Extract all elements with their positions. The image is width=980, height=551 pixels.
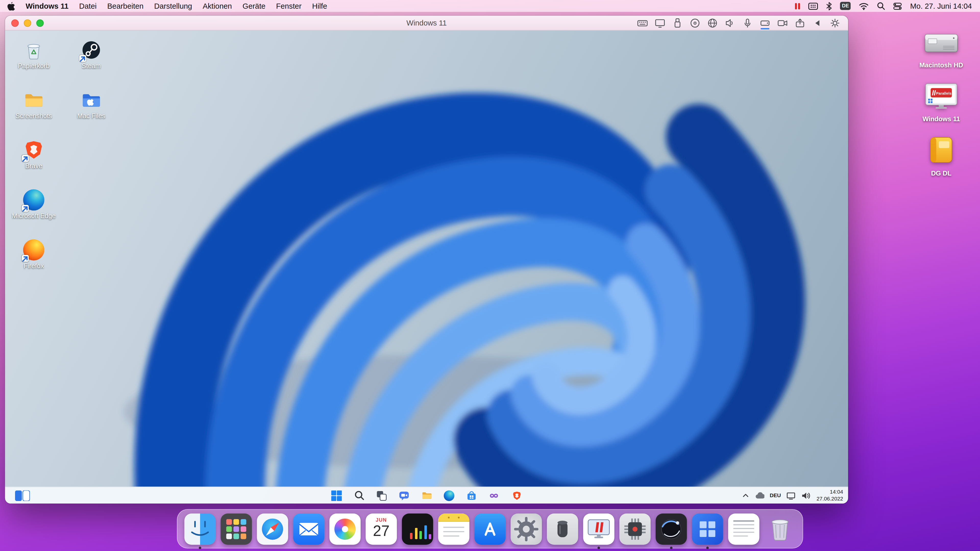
taskbar-search-button[interactable] (353, 489, 365, 502)
dock-item-media-app[interactable] (402, 513, 433, 549)
active-app-menu[interactable]: Windows 11 (25, 2, 68, 10)
wifi-icon[interactable] (859, 1, 869, 11)
menu-item-darstellung[interactable]: Darstellung (154, 2, 192, 10)
sound-icon[interactable] (724, 17, 735, 29)
taskbar-edge-button[interactable] (443, 489, 455, 502)
dock-item-utility-app[interactable] (547, 513, 578, 549)
volume-icon[interactable] (802, 490, 811, 500)
share-icon[interactable] (794, 17, 806, 29)
dock-item-trash[interactable] (764, 513, 795, 549)
desktop-icon-screenshots[interactable]: Screenshots (6, 87, 62, 137)
desktop-icon-microsoft-edge[interactable]: Microsoft Edge (6, 187, 62, 237)
textedit-icon (728, 513, 759, 545)
photos-icon (329, 513, 361, 545)
desktop-icon-macintosh-hd[interactable]: Macintosh HD (912, 30, 971, 69)
harddisk-icon[interactable] (759, 17, 771, 29)
taskbar-microsoft-store-button[interactable] (465, 489, 478, 502)
dock-item-notes[interactable] (438, 513, 469, 549)
dock-item-mail[interactable] (293, 513, 325, 549)
taskbar-clock[interactable]: 14:04 27.06.2022 (816, 488, 843, 503)
display-icon[interactable] (654, 17, 666, 29)
desktop-icon-windows-11-vm[interactable]: Parallels Windows 11 (912, 82, 971, 122)
menu-item-bearbeiten[interactable]: Bearbeiten (107, 2, 143, 10)
dock-item-cinema-4d[interactable] (655, 513, 687, 549)
onedrive-icon[interactable] (755, 490, 764, 500)
menu-bar-status-area: DE Mo. 27. Juni 14:04 (795, 1, 972, 11)
mac-files-folder-icon (81, 89, 102, 110)
menu-bar-left: Windows 11 Datei Bearbeiten Darstellung … (7, 1, 327, 11)
bluetooth-icon[interactable] (826, 1, 832, 11)
desktop-icon-brave[interactable]: Brave (6, 137, 62, 187)
desktop-icon-firefox[interactable]: Firefox (6, 237, 62, 287)
network-icon[interactable] (707, 17, 718, 29)
minimize-button[interactable] (24, 19, 31, 27)
dock-item-finder[interactable] (184, 513, 215, 549)
menu-item-hilfe[interactable]: Hilfe (312, 2, 327, 10)
dock-item-calendar[interactable]: JUN 27 (366, 513, 397, 549)
taskbar-brave-button[interactable] (511, 489, 523, 502)
chip-icon (619, 513, 651, 545)
finder-icon (184, 513, 215, 545)
taskbar-visual-studio-button[interactable] (488, 489, 500, 502)
windows-desktop: Papierkorb Screenshots Brave (5, 30, 848, 503)
cd-icon[interactable] (689, 17, 700, 29)
calendar-icon: JUN 27 (366, 513, 397, 545)
dock-item-launchpad[interactable] (221, 513, 251, 549)
close-button[interactable] (11, 19, 19, 27)
desktop-icon-steam[interactable]: Steam (63, 37, 119, 87)
desktop-icon-papierkorb[interactable]: Papierkorb (6, 37, 62, 87)
cast-display-icon[interactable] (787, 490, 796, 500)
folder-icon (23, 89, 45, 110)
apple-menu-icon[interactable] (7, 1, 15, 11)
menu-bar-clock[interactable]: Mo. 27. Juni 14:04 (910, 2, 972, 10)
desktop-icon-mac-files[interactable]: Mac Files (63, 87, 119, 137)
parallels-pause-icon[interactable] (795, 1, 800, 11)
dock-item-textedit[interactable] (728, 513, 759, 549)
input-source-indicator[interactable]: DE (840, 2, 851, 10)
menu-item-fenster[interactable]: Fenster (276, 2, 302, 10)
settings-icon[interactable] (829, 17, 841, 29)
windows-wallpaper-bloom (5, 30, 848, 487)
taskbar-chat-button[interactable] (398, 489, 410, 502)
taskbar-center (330, 487, 523, 503)
shortcut-arrow-badge (22, 205, 29, 212)
widgets-button[interactable] (14, 490, 30, 502)
dock-item-windows-11-vm[interactable] (692, 513, 723, 549)
window-title-bar[interactable]: Windows 11 (5, 16, 848, 30)
camera-icon[interactable] (777, 17, 788, 29)
cinema-4d-icon (655, 513, 687, 545)
running-indicator (199, 546, 201, 549)
show-hidden-icons-button[interactable] (741, 490, 749, 500)
back-icon[interactable] (812, 17, 823, 29)
dock-item-app-store[interactable] (474, 513, 506, 549)
taskbar-task-view-button[interactable] (375, 489, 388, 502)
dock-item-safari[interactable] (257, 513, 288, 549)
dock-item-photos[interactable] (329, 513, 361, 549)
menu-item-datei[interactable]: Datei (79, 2, 97, 10)
taskbar-date: 27.06.2022 (816, 495, 843, 503)
svg-text:Parallels: Parallels (936, 91, 951, 95)
dock-item-chip-utility[interactable] (619, 513, 651, 549)
taskbar-start-button[interactable] (330, 489, 343, 502)
dock-item-parallels-desktop[interactable] (583, 513, 614, 549)
keyboard-icon[interactable] (637, 17, 648, 29)
taskbar-file-explorer-button[interactable] (420, 489, 433, 502)
control-center-icon[interactable] (893, 1, 902, 11)
menu-item-aktionen[interactable]: Aktionen (203, 2, 232, 10)
running-indicator (597, 546, 600, 549)
parallels-vm-window: Windows 11 (5, 16, 848, 503)
dock: JUN 27 (177, 509, 803, 548)
usb-icon[interactable] (672, 17, 683, 29)
running-indicator (670, 546, 673, 549)
shortcut-arrow-badge (22, 255, 29, 262)
spotlight-icon[interactable] (877, 1, 885, 11)
mail-icon (293, 513, 325, 545)
parallels-toolbox-icon[interactable] (808, 1, 818, 11)
zoom-button[interactable] (36, 19, 44, 27)
desktop-icon-dg-dl[interactable]: DG DL (912, 136, 971, 177)
dock-item-system-preferences[interactable] (511, 513, 542, 549)
language-indicator[interactable]: DEU (770, 492, 781, 499)
menu-item-geraete[interactable]: Geräte (242, 2, 266, 10)
edge-icon (23, 189, 45, 210)
microphone-icon[interactable] (742, 17, 753, 29)
